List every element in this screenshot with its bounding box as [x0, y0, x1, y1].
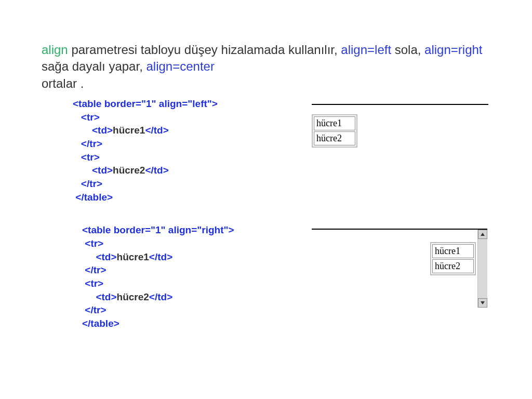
code-line: <tr> — [81, 112, 100, 123]
code-text: hücre2 — [117, 291, 149, 302]
intro-text-2: sola, — [391, 43, 424, 57]
intro-paragraph: align parametresi tabloyu düşey hizalama… — [42, 42, 490, 92]
keyword-align-center: align=center — [146, 59, 214, 73]
table-cell: hücre2 — [314, 131, 355, 145]
intro-text-4: ortalar . — [42, 76, 84, 90]
browser-frame: hücre1 hücre2 — [312, 229, 487, 308]
table-row: hücre2 — [432, 259, 474, 273]
intro-text-3: sağa dayalı yapar, — [42, 59, 146, 73]
keyword-align-right: align=right — [424, 43, 482, 57]
code-line: <td> — [96, 251, 116, 262]
preview-align-left: hücre1 hücre2 — [312, 104, 488, 148]
code-line: <td> — [96, 291, 116, 302]
code-text: hücre1 — [117, 251, 149, 262]
example-table-right: hücre1 hücre2 — [430, 242, 476, 275]
divider — [312, 104, 488, 105]
code-line: </tr> — [85, 264, 106, 275]
scrollbar[interactable] — [477, 230, 487, 308]
table-cell: hücre2 — [432, 259, 474, 273]
code-line: </tr> — [81, 178, 102, 189]
code-text: hücre2 — [113, 165, 145, 176]
table-row: hücre1 — [432, 244, 474, 258]
code-line: </table> — [75, 192, 113, 203]
table-row: hücre2 — [314, 131, 355, 145]
code-line: <td> — [92, 165, 113, 176]
code-line: </tr> — [85, 304, 106, 315]
keyword-align-left: align=left — [341, 43, 391, 57]
code-line: <td> — [92, 125, 113, 136]
intro-text-1: parametresi tabloyu düşey hizalamada kul… — [68, 43, 341, 57]
scroll-down-icon[interactable] — [478, 298, 487, 308]
code-line: <tr> — [85, 238, 103, 249]
code-line: </tr> — [81, 138, 102, 149]
code-line: </table> — [82, 318, 119, 329]
code-line: </td> — [145, 165, 168, 176]
example-table-left: hücre1 hücre2 — [312, 114, 357, 148]
keyword-align: align — [42, 43, 68, 57]
table-cell: hücre1 — [432, 244, 474, 258]
code-line: </td> — [149, 251, 172, 262]
code-line: <table border="1" align="left"> — [73, 98, 218, 109]
code-line: <tr> — [85, 278, 103, 289]
code-line: <tr> — [81, 152, 100, 163]
code-line: </td> — [145, 125, 168, 136]
code-line: </td> — [149, 291, 172, 302]
table-cell: hücre1 — [314, 116, 355, 130]
code-text: hücre1 — [113, 125, 145, 136]
code-line: <table border="1" align="right"> — [82, 224, 234, 235]
preview-align-right: hücre1 hücre2 — [312, 229, 488, 308]
scroll-up-icon[interactable] — [478, 230, 487, 239]
table-row: hücre1 — [314, 116, 355, 130]
